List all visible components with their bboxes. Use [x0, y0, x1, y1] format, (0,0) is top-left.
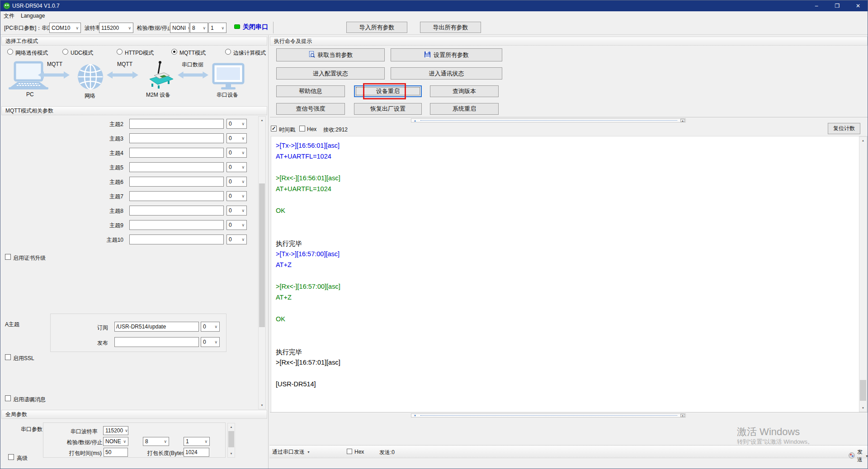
- log-bottom-splitter[interactable]: ▼ ▼: [411, 413, 686, 417]
- arrow-icon: [178, 71, 208, 81]
- subscribe-topic-input[interactable]: [114, 322, 199, 332]
- scroll-down-icon[interactable]: ▼: [259, 402, 265, 409]
- radio-mqtt-mode[interactable]: [171, 49, 177, 55]
- topic-input[interactable]: [129, 220, 224, 230]
- g-databits-combo[interactable]: 8∨: [143, 437, 169, 446]
- send-hex-checkbox[interactable]: [347, 449, 352, 454]
- radio-edge-mode[interactable]: [225, 49, 231, 55]
- radio-httpd-mode[interactable]: [117, 49, 123, 55]
- send-button[interactable]: 发送 ▼: [849, 448, 868, 464]
- close-button[interactable]: ✕: [848, 0, 868, 11]
- enter-config-button[interactable]: 进入配置状态: [276, 67, 385, 80]
- import-params-button[interactable]: 导入所有参数: [346, 22, 407, 33]
- get-params-button[interactable]: 获取当前参数: [276, 48, 385, 61]
- topic-qos-combo[interactable]: 0∨: [226, 234, 247, 244]
- minimize-button[interactable]: –: [806, 0, 827, 11]
- device-restart-button[interactable]: 设备重启: [354, 85, 422, 97]
- signal-strength-button[interactable]: 查信号强度: [276, 103, 345, 115]
- stopbits-combo[interactable]: 1∨: [208, 23, 226, 33]
- panel-divider[interactable]: [268, 35, 269, 469]
- set-all-params-button[interactable]: 设置所有参数: [391, 48, 502, 61]
- log-output[interactable]: >[Tx->][16:56:01][asc] AT+UARTFL=1024 >[…: [271, 136, 868, 413]
- splitter-end-icon[interactable]: ▲: [680, 119, 685, 122]
- topic-qos-combo[interactable]: 0∨: [226, 177, 247, 187]
- mqtt-panel-scrollbar[interactable]: ▲ ▼: [258, 116, 266, 409]
- scrollbar-thumb[interactable]: [259, 183, 265, 327]
- topic-qos-combo[interactable]: 0∨: [226, 162, 247, 172]
- log-hex-checkbox[interactable]: [299, 126, 305, 131]
- query-version-button[interactable]: 查询版本: [430, 85, 499, 97]
- topic-input[interactable]: [129, 133, 224, 143]
- export-params-button[interactable]: 导出所有参数: [420, 22, 481, 33]
- topic-qos-combo[interactable]: 0∨: [226, 119, 247, 129]
- topic-input[interactable]: [129, 162, 224, 172]
- global-panel-scrollbar[interactable]: ▲ ▼: [227, 423, 235, 458]
- parity-combo[interactable]: NONI∨: [170, 23, 189, 33]
- g-baud-combo[interactable]: 115200∨: [103, 426, 128, 435]
- scrollbar-thumb[interactable]: [228, 431, 234, 447]
- scroll-up-icon[interactable]: ▲: [228, 423, 235, 431]
- publish-topic-input[interactable]: [114, 337, 199, 347]
- log-line: [276, 326, 867, 337]
- scroll-down-icon[interactable]: ▼: [859, 404, 867, 412]
- radio-transparent-label[interactable]: 网络透传模式: [15, 49, 48, 57]
- pc-node-label: PC: [26, 91, 34, 98]
- help-info-button[interactable]: 帮助信息: [276, 85, 345, 97]
- topic-input[interactable]: [129, 206, 224, 216]
- g-stopbits-combo[interactable]: 1∨: [184, 437, 210, 446]
- mqtt-params-header: MQTT模式相关参数: [1, 106, 267, 115]
- com-port-combo[interactable]: COM10∨: [49, 23, 81, 33]
- log-line: [276, 196, 867, 207]
- topic-qos-combo[interactable]: 0∨: [226, 191, 247, 201]
- radio-udc-mode[interactable]: [62, 49, 68, 55]
- menu-language[interactable]: Language: [18, 13, 48, 19]
- radio-transparent-mode[interactable]: [7, 49, 13, 55]
- radio-udc-label[interactable]: UDC模式: [71, 49, 93, 57]
- cert-upgrade-checkbox[interactable]: [5, 254, 11, 260]
- search-doc-icon: [308, 51, 315, 59]
- g-parity-combo[interactable]: NONE∨: [103, 437, 128, 446]
- enter-comm-button[interactable]: 进入通讯状态: [391, 67, 502, 80]
- timestamp-checkbox[interactable]: [271, 126, 277, 131]
- topic-input[interactable]: [129, 234, 224, 244]
- log-line: >[Rx<-][16:57:01][asc]: [276, 359, 867, 370]
- packtime-input[interactable]: [104, 448, 128, 457]
- packlen-input[interactable]: [184, 448, 209, 457]
- publish-qos-combo[interactable]: 0∨: [201, 337, 220, 347]
- advanced-checkbox[interactable]: [8, 454, 14, 460]
- scroll-up-icon[interactable]: ▲: [859, 137, 867, 144]
- close-port-button[interactable]: 关闭串口: [243, 23, 268, 31]
- topic-input[interactable]: [129, 119, 224, 129]
- ssl-checkbox[interactable]: [5, 354, 11, 360]
- topic-input[interactable]: [129, 191, 224, 201]
- will-message-checkbox[interactable]: [5, 395, 11, 401]
- system-restart-button[interactable]: 系统重启: [430, 103, 499, 115]
- log-line: >[Rx<-][16:57:00][asc]: [276, 283, 867, 294]
- log-top-splitter[interactable]: ▲ ▲: [411, 118, 686, 122]
- baud-combo[interactable]: 115200∨: [99, 23, 133, 33]
- scrollbar-thumb[interactable]: [860, 380, 866, 401]
- menu-file[interactable]: 文件: [0, 12, 18, 20]
- floppy-icon: [424, 51, 431, 59]
- databits-combo[interactable]: 8∨: [190, 23, 208, 33]
- splitter-end-icon[interactable]: ▼: [680, 414, 685, 417]
- send-via-serial-dropdown[interactable]: 通过串口发送 ▼: [272, 448, 310, 456]
- radio-httpd-label[interactable]: HTTPD模式: [125, 49, 154, 57]
- scroll-up-icon[interactable]: ▲: [259, 117, 265, 124]
- topic-qos-combo[interactable]: 0∨: [226, 220, 247, 230]
- chevron-down-icon: ∨: [126, 26, 133, 30]
- radio-mqtt-label[interactable]: MQTT模式: [179, 49, 206, 57]
- topic-qos-combo[interactable]: 0∨: [226, 148, 247, 158]
- maximize-button[interactable]: ❐: [827, 0, 848, 11]
- topic-qos-combo[interactable]: 0∨: [226, 133, 247, 143]
- factory-reset-button[interactable]: 恢复出厂设置: [354, 103, 422, 115]
- reset-counter-button[interactable]: 复位计数: [828, 123, 860, 134]
- topic-input[interactable]: [129, 148, 224, 158]
- topic-qos-combo[interactable]: 0∨: [226, 206, 247, 216]
- scroll-down-icon[interactable]: ▼: [228, 450, 235, 457]
- subscribe-qos-combo[interactable]: 0∨: [201, 322, 220, 332]
- g-parity-value: NONE: [105, 438, 121, 445]
- log-scrollbar[interactable]: ▲ ▼: [859, 136, 867, 412]
- topic-input[interactable]: [129, 177, 224, 187]
- radio-edge-label[interactable]: 边缘计算模式: [233, 49, 266, 57]
